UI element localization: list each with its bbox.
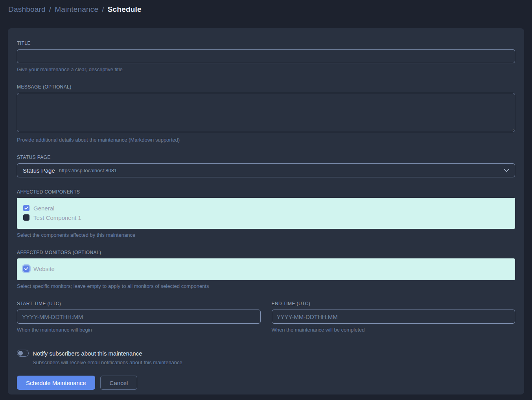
breadcrumb-maintenance[interactable]: Maintenance bbox=[55, 5, 98, 14]
start-time-input[interactable] bbox=[17, 310, 261, 324]
affected-components-panel: General Test Component 1 bbox=[17, 198, 515, 229]
title-label: TITLE bbox=[17, 41, 515, 46]
start-time-helper-text: When the maintenance will begin bbox=[17, 327, 261, 333]
schedule-maintenance-form-card: TITLE Give your maintenance a clear, des… bbox=[8, 28, 524, 394]
end-time-helper-text: When the maintenance will be completed bbox=[272, 327, 515, 333]
notify-subscribers-toggle[interactable] bbox=[17, 350, 29, 357]
status-page-selected-name: Status Page bbox=[23, 167, 55, 174]
monitor-checkbox-row-website[interactable]: Website bbox=[23, 264, 509, 273]
breadcrumb: Dashboard / Maintenance / Schedule bbox=[8, 5, 142, 14]
status-page-label: STATUS PAGE bbox=[17, 155, 515, 160]
affected-monitors-field-group: AFFECTED MONITORS (OPTIONAL) Website Sel… bbox=[17, 250, 515, 289]
affected-monitors-panel: Website bbox=[17, 258, 515, 280]
time-fields-row: START TIME (UTC) When the maintenance wi… bbox=[17, 301, 515, 333]
form-actions: Schedule Maintenance Cancel bbox=[17, 376, 515, 390]
title-input[interactable] bbox=[17, 49, 515, 63]
status-page-selected-url: https://hsp.localhost:8081 bbox=[59, 168, 117, 173]
component-checkbox-row-test-component-1[interactable]: Test Component 1 bbox=[23, 213, 509, 222]
top-bar: Dashboard / Maintenance / Schedule bbox=[0, 0, 532, 19]
breadcrumb-current-schedule: Schedule bbox=[108, 5, 142, 14]
start-time-field-group: START TIME (UTC) When the maintenance wi… bbox=[17, 301, 261, 333]
start-time-label: START TIME (UTC) bbox=[17, 301, 261, 306]
toggle-knob bbox=[18, 351, 23, 356]
end-time-label: END TIME (UTC) bbox=[272, 301, 515, 306]
chevron-down-icon bbox=[504, 169, 509, 172]
message-textarea[interactable] bbox=[17, 93, 515, 132]
breadcrumb-separator: / bbox=[102, 5, 104, 14]
affected-components-field-group: AFFECTED COMPONENTS General Test Compone… bbox=[17, 189, 515, 238]
message-label: MESSAGE (OPTIONAL) bbox=[17, 84, 515, 90]
notify-subscribers-helper-text: Subscribers will receive email notificat… bbox=[33, 359, 515, 365]
message-helper-text: Provide additional details about the mai… bbox=[17, 137, 515, 143]
status-page-field-group: STATUS PAGE Status Page https://hsp.loca… bbox=[17, 155, 515, 177]
checkbox-icon[interactable] bbox=[23, 214, 29, 221]
notify-subscribers-group: Notify subscribers about this maintenanc… bbox=[17, 350, 515, 365]
affected-monitors-label: AFFECTED MONITORS (OPTIONAL) bbox=[17, 250, 515, 255]
title-field-group: TITLE Give your maintenance a clear, des… bbox=[17, 41, 515, 72]
component-checkbox-row-general[interactable]: General bbox=[23, 203, 509, 213]
checkbox-icon[interactable] bbox=[23, 265, 29, 272]
breadcrumb-separator: / bbox=[49, 5, 51, 14]
schedule-maintenance-button[interactable]: Schedule Maintenance bbox=[17, 376, 95, 390]
checkbox-label: Website bbox=[33, 265, 55, 272]
notify-subscribers-label[interactable]: Notify subscribers about this maintenanc… bbox=[33, 350, 142, 357]
checkbox-icon[interactable] bbox=[23, 205, 29, 211]
affected-components-label: AFFECTED COMPONENTS bbox=[17, 189, 515, 195]
message-field-group: MESSAGE (OPTIONAL) Provide additional de… bbox=[17, 84, 515, 143]
end-time-input[interactable] bbox=[272, 310, 515, 324]
title-helper-text: Give your maintenance a clear, descripti… bbox=[17, 66, 515, 72]
checkbox-label: General bbox=[33, 205, 54, 212]
status-page-select[interactable]: Status Page https://hsp.localhost:8081 bbox=[17, 163, 515, 177]
affected-components-helper-text: Select the components affected by this m… bbox=[17, 232, 515, 238]
end-time-field-group: END TIME (UTC) When the maintenance will… bbox=[272, 301, 515, 333]
affected-monitors-helper-text: Select specific monitors; leave empty to… bbox=[17, 283, 515, 289]
checkbox-label: Test Component 1 bbox=[33, 214, 81, 221]
cancel-button[interactable]: Cancel bbox=[100, 376, 138, 390]
breadcrumb-dashboard[interactable]: Dashboard bbox=[8, 5, 46, 14]
